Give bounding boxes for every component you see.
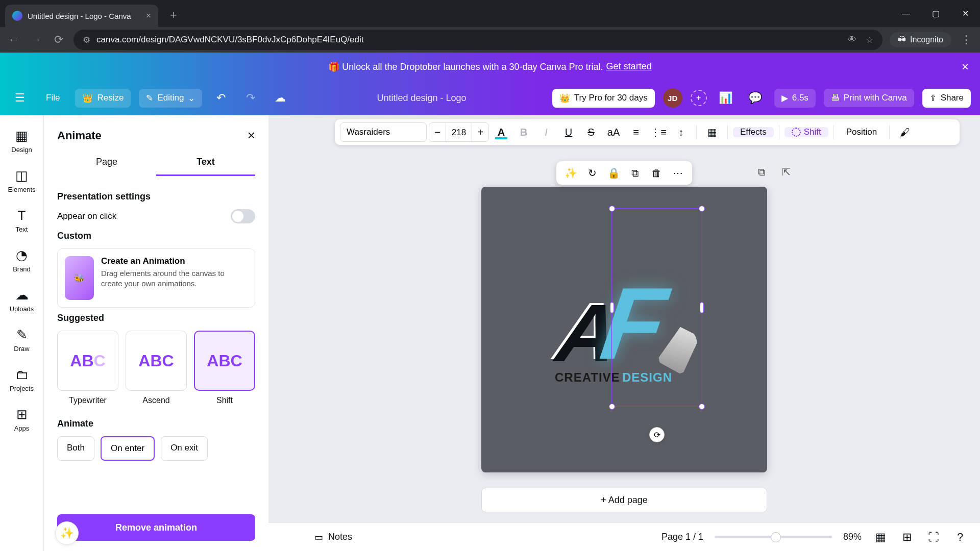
notes-icon[interactable]: ▭ [314,532,323,543]
present-button[interactable]: ▶6.5s [774,89,816,108]
text-color-button[interactable]: A [491,122,511,142]
rail-apps[interactable]: ⊞Apps [4,401,40,438]
rail-text[interactable]: TText [4,202,40,239]
rail-draw[interactable]: ✎Draw [4,321,40,358]
window-maximize-icon[interactable]: ▢ [921,0,950,27]
resize-button[interactable]: 👑Resize [75,89,131,108]
back-icon[interactable]: ← [6,32,21,47]
cloud-sync-icon[interactable]: ☁ [270,87,291,109]
add-page-button[interactable]: + Add page [481,488,767,512]
sync-icon[interactable]: ↻ [583,164,601,182]
dir-on-enter[interactable]: On enter [101,436,155,461]
resize-handle-nw[interactable] [609,206,615,212]
copy-icon[interactable]: ⧉ [626,164,644,182]
font-size-decrease[interactable]: − [429,127,446,138]
canvas-stage[interactable]: ✨ ↻ 🔒 ⧉ 🗑 ⋯ ⧉ ⇱ A F C [481,187,767,472]
dir-both[interactable]: Both [57,436,94,461]
browser-tab[interactable]: Untitled design - Logo - Canva × [5,5,158,27]
fullscreen-icon[interactable]: ⛶ [926,530,941,545]
window-close-icon[interactable]: ✕ [950,0,980,27]
animate-button[interactable]: Shift [785,127,828,137]
text-case-button[interactable]: aA [603,122,624,142]
magic-edit-icon[interactable]: ✨ [561,164,580,182]
try-pro-button[interactable]: 👑Try Pro for 30 days [552,89,655,108]
magic-sparkle-button[interactable]: ✨ [55,521,79,545]
eye-off-icon[interactable]: 👁 [848,35,856,45]
rail-elements[interactable]: ◫Elements [4,162,40,199]
tab-close-icon[interactable]: × [146,11,151,21]
hamburger-icon[interactable]: ☰ [9,87,31,109]
editing-dropdown[interactable]: ✎Editing⌄ [139,89,202,108]
transparency-button[interactable]: ▦ [702,122,722,142]
appear-on-click-toggle[interactable] [231,209,255,223]
reload-icon[interactable]: ⟳ [51,32,66,47]
font-size-value[interactable]: 218 [446,123,472,141]
export-page-icon[interactable]: ⇱ [776,162,796,182]
rail-brand[interactable]: ◔Brand [4,242,40,279]
promo-close-icon[interactable]: × [962,60,969,74]
page-indicator[interactable]: Page 1 / 1 [662,532,703,542]
anim-typewriter[interactable]: ABCTypewriter [57,331,118,405]
user-avatar[interactable]: JD [663,88,682,108]
effects-button[interactable]: Effects [733,127,774,137]
more-icon[interactable]: ⋯ [669,164,687,182]
list-button[interactable]: ⋮≡ [648,122,669,142]
rail-uploads[interactable]: ☁Uploads [4,282,40,318]
forward-icon[interactable]: → [29,32,44,47]
file-menu[interactable]: File [39,89,67,107]
resize-handle-se[interactable] [699,404,705,410]
create-animation-card[interactable]: 🐝 Create an Animation Drag elements arou… [57,248,255,308]
insights-icon[interactable]: 📊 [715,87,737,109]
remove-animation-button[interactable]: Remove animation [57,514,255,541]
zoom-slider[interactable] [715,536,832,538]
print-button[interactable]: 🖶Print with Canva [824,89,914,107]
spacing-button[interactable]: ↕ [671,122,691,142]
panel-close-icon[interactable]: × [248,128,255,143]
position-button[interactable]: Position [839,127,884,137]
promo-link[interactable]: Get started [606,61,652,72]
undo-icon[interactable]: ↶ [210,87,232,109]
window-minimize-icon[interactable]: — [891,0,921,27]
selection-box[interactable]: ⟳ [611,208,702,407]
incognito-badge[interactable]: 🕶 Incognito [890,32,951,47]
zoom-value[interactable]: 89% [843,532,862,542]
thumbnail-view-icon[interactable]: ⊞ [899,530,915,545]
redo-icon[interactable]: ↷ [240,87,261,109]
tab-page[interactable]: Page [57,149,156,176]
duplicate-page-icon[interactable]: ⧉ [752,162,771,182]
share-button[interactable]: ⇪Share [922,89,971,108]
notes-button[interactable]: Notes [328,532,352,542]
resize-handle-sw[interactable] [609,404,615,410]
new-tab-button[interactable]: + [164,6,183,24]
strikethrough-button[interactable]: S [581,122,601,142]
font-size-increase[interactable]: + [472,127,488,138]
document-title[interactable]: Untitled design - Logo [299,93,544,104]
grid-view-icon[interactable]: ▦ [873,530,888,545]
lock-icon[interactable]: 🔒 [604,164,623,182]
bold-button[interactable]: B [513,122,534,142]
add-member-icon[interactable]: + [691,90,707,106]
rail-design[interactable]: ▦Design [4,122,40,159]
rail-projects[interactable]: 🗀Projects [4,361,40,398]
anim-shift[interactable]: ABCShift [194,331,255,405]
font-selector[interactable]: Wasraiders [340,122,427,142]
dir-on-exit[interactable]: On exit [161,436,208,461]
resize-handle-w[interactable] [610,302,614,313]
tab-text[interactable]: Text [156,149,255,176]
text-align-button[interactable]: ≡ [626,122,646,142]
anim-ascend[interactable]: ABCAscend [126,331,187,405]
resize-handle-e[interactable] [700,302,704,313]
browser-menu-icon[interactable]: ⋮ [959,32,974,47]
resize-handle-ne[interactable] [699,206,705,212]
underline-button[interactable]: U [558,122,579,142]
italic-button[interactable]: I [536,122,556,142]
rotate-handle[interactable]: ⟳ [649,427,665,442]
chevron-down-icon: ⌄ [188,93,195,104]
delete-icon[interactable]: 🗑 [647,164,666,182]
format-painter-icon[interactable]: 🖌 [895,122,915,142]
site-info-icon[interactable]: ⚙ [83,35,90,45]
bookmark-icon[interactable]: ☆ [866,35,873,45]
help-icon[interactable]: ? [952,530,968,545]
url-bar[interactable]: ⚙ canva.com/design/DAGVwdNCKVU/3sBF0dvJx… [74,30,883,50]
comment-icon[interactable]: 💬 [745,87,766,109]
